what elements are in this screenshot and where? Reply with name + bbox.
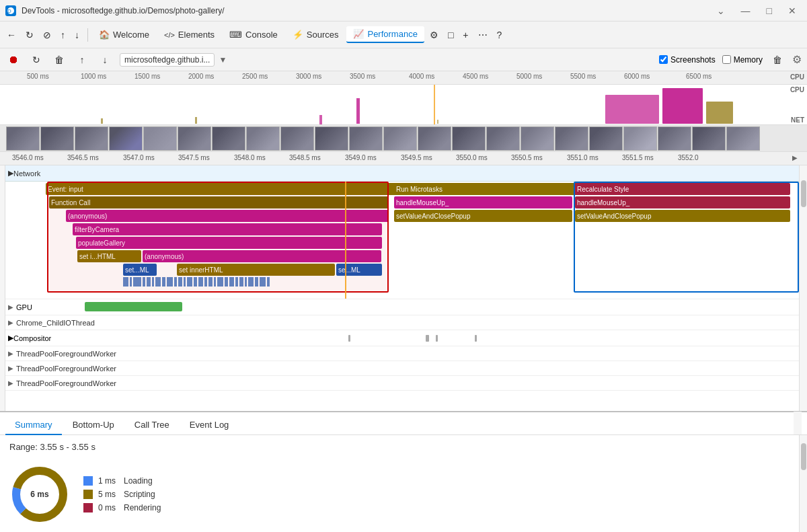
set-value-close-popup-block-2[interactable]: setValueAndClosePopup (575, 210, 790, 222)
screenshot-thumb[interactable] (658, 126, 691, 151)
screenshots-checkbox-label[interactable]: Screenshots (659, 55, 716, 65)
screenshot-thumb[interactable] (521, 126, 554, 151)
screenshot-thumb[interactable] (383, 126, 417, 151)
screenshot-thumb[interactable] (40, 126, 74, 151)
tabs-more-button[interactable]: □ (444, 27, 457, 43)
screenshot-thumb[interactable] (486, 126, 520, 151)
handle-mouseup-block-1[interactable]: handleMouseUp_ (394, 196, 572, 208)
scripting-value: 5 ms (98, 490, 118, 499)
delete-button[interactable]: 🗑 (769, 52, 785, 68)
detail-vscrollbar-thumb[interactable] (801, 180, 806, 207)
set-ml-block-1[interactable]: set...ML (123, 264, 157, 276)
settings-icon[interactable]: ⚙ (792, 53, 802, 66)
bottom-vscrollbar-thumb[interactable] (801, 443, 806, 470)
gear-button[interactable]: ⚙ (426, 27, 443, 43)
tab-eventlog[interactable]: Event Log (180, 416, 239, 435)
timeline-overview: 500 ms 1000 ms 1500 ms 2000 ms 2500 ms 3… (0, 71, 807, 125)
chrome-childio-row[interactable]: ▶ Chrome_ChildIOThread (5, 315, 799, 330)
set-innerhtml-block[interactable]: set innerHTML (177, 264, 335, 276)
tab-console[interactable]: ⌨ Console (223, 27, 284, 42)
dropdown-icon[interactable]: ▼ (219, 55, 227, 65)
screenshot-thumb[interactable] (692, 126, 726, 151)
screenshot-thumb[interactable] (109, 126, 143, 151)
screenshot-thumb[interactable] (212, 126, 245, 151)
arrow-down-button[interactable]: ↓ (97, 52, 113, 68)
svg-rect-4 (319, 115, 322, 124)
memory-checkbox-label[interactable]: Memory (722, 55, 763, 65)
screenshot-thumb[interactable] (623, 126, 657, 151)
net-label-right: NET (791, 116, 804, 124)
set-value-close-popup-block-1[interactable]: setValueAndClosePopup (394, 210, 572, 222)
handle-mouseup-block-2[interactable]: handleMouseUp_ (575, 196, 790, 208)
screenshot-thumb[interactable] (178, 126, 211, 151)
add-tab-button[interactable]: + (459, 27, 472, 43)
screenshot-thumb[interactable] (418, 126, 451, 151)
run-microtasks-block[interactable]: Run Microtasks (394, 183, 572, 195)
reload-record-button[interactable]: ↻ (28, 52, 44, 68)
detail-vscrollbar[interactable] (799, 165, 807, 411)
tab-bottomup[interactable]: Bottom-Up (63, 416, 124, 435)
anonymous-block-1[interactable]: (anonymous) (66, 210, 389, 222)
gpu-row[interactable]: ▶ GPU (5, 299, 799, 315)
arrow-up-button[interactable]: ↑ (74, 52, 90, 68)
compositor-row[interactable]: ▶ Compositor (5, 330, 799, 346)
chevron-button[interactable]: ⌄ (712, 4, 730, 17)
populate-gallery-block[interactable]: populateGallery (76, 237, 382, 249)
function-call-block[interactable]: Function Call (49, 196, 389, 208)
more-options-button[interactable]: ⋯ (474, 27, 492, 43)
flame-main: ▶ Network Event: input Function Call (an… (5, 165, 799, 411)
set-ml-label-2: se...ML (338, 266, 360, 274)
tab-sources[interactable]: ⚡ Sources (286, 27, 346, 42)
record-button[interactable]: ⏺ (5, 52, 22, 68)
set-ml-block-2[interactable]: se...ML (336, 264, 382, 276)
screenshot-thumb[interactable] (246, 126, 280, 151)
flame-scroll-area: ▶ Network Event: input Function Call (an… (0, 165, 807, 411)
tab-performance[interactable]: 📈 Performance (346, 26, 424, 43)
screenshot-thumb[interactable] (555, 126, 588, 151)
bottom-vscrollbar[interactable] (799, 435, 807, 532)
filterby-camera-block[interactable]: filterByCamera (73, 223, 382, 235)
up-button[interactable]: ↑ (56, 27, 69, 43)
dtick-10: 3551.0 ms (567, 154, 599, 161)
tab-elements[interactable]: </> Elements (157, 27, 221, 42)
threadpool-row-3[interactable]: ▶ ThreadPoolForegroundWorker (5, 376, 799, 391)
close-button[interactable]: ✕ (783, 4, 802, 17)
back-button[interactable]: ← (3, 27, 20, 43)
network-row[interactable]: ▶ Network (5, 165, 799, 182)
expand-icon[interactable]: ▶ (792, 154, 798, 161)
refresh-button[interactable]: ↻ (22, 27, 38, 43)
stop-button[interactable]: ⊘ (39, 27, 55, 43)
tab-summary[interactable]: Summary (5, 416, 62, 435)
url-bar: microsoftedge.github.i... ▼ (120, 53, 652, 67)
threadpool-row-1[interactable]: ▶ ThreadPoolForegroundWorker (5, 346, 799, 361)
recalculate-style-block[interactable]: Recalculate Style (575, 183, 790, 195)
tick-4500: 4500 ms (463, 73, 488, 80)
tab-calltree[interactable]: Call Tree (125, 416, 179, 435)
separator-1 (87, 28, 88, 42)
threadpool-row-2[interactable]: ▶ ThreadPoolForegroundWorker (5, 361, 799, 376)
screenshots-checkbox[interactable] (659, 55, 668, 64)
screenshot-thumb[interactable] (6, 126, 40, 151)
memory-checkbox[interactable] (722, 55, 731, 64)
down-button[interactable]: ↓ (71, 27, 83, 43)
bottom-tab-scrollbar[interactable] (794, 412, 802, 434)
dtick-9: 3550.5 ms (511, 154, 543, 161)
compositor-dot-3 (436, 335, 438, 342)
compositor-dot-2 (426, 335, 429, 342)
set-ihtml-block[interactable]: set i...HTML (77, 250, 141, 262)
tab-welcome[interactable]: 🏠 Welcome (92, 27, 156, 42)
clear-button[interactable]: 🗑 (51, 52, 67, 68)
maximize-button[interactable]: □ (761, 4, 777, 17)
screenshot-thumb[interactable] (75, 126, 108, 151)
minimize-button[interactable]: — (736, 4, 756, 17)
screenshot-thumb[interactable] (315, 126, 348, 151)
threadpool-1-expand-icon: ▶ (8, 350, 13, 357)
cpu-label: CPU (790, 73, 804, 81)
help-button[interactable]: ? (493, 27, 506, 43)
screenshot-thumb[interactable] (589, 126, 623, 151)
screenshot-thumb[interactable] (143, 126, 177, 151)
screenshot-thumb[interactable] (280, 126, 314, 151)
screenshot-thumb[interactable] (349, 126, 383, 151)
screenshot-thumb[interactable] (452, 126, 486, 151)
screenshot-thumb[interactable] (726, 126, 760, 151)
